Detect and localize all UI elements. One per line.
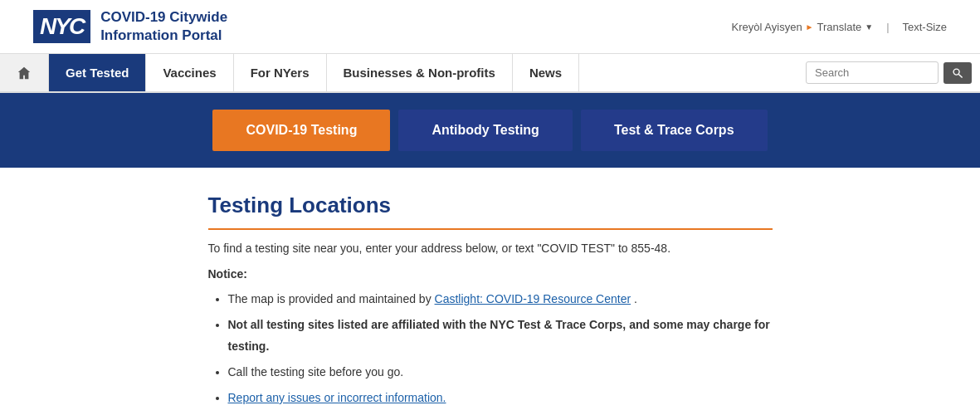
- search-button[interactable]: [943, 62, 972, 84]
- main-navbar: Get Tested Vaccines For NYers Businesses…: [0, 54, 980, 93]
- nyc-logo: NYC: [33, 10, 90, 43]
- nav-item-get-tested[interactable]: Get Tested: [49, 54, 146, 91]
- sub-navbar: COVID-19 Testing Antibody Testing Test &…: [0, 93, 980, 168]
- castlight-link[interactable]: Castlight: COVID-19 Resource Center: [435, 292, 631, 305]
- header-right: Kreyòl Ayisyen ► Translate ▼ | Text-Size: [732, 21, 947, 33]
- page-header: NYC COVID-19 Citywide Information Portal…: [0, 0, 980, 54]
- nav-item-news[interactable]: News: [513, 54, 579, 91]
- notice-item-1-prefix: The map is provided and maintained by: [228, 292, 435, 305]
- portal-title: COVID-19 Citywide Information Portal: [100, 8, 227, 45]
- subnav-covid-testing[interactable]: COVID-19 Testing: [212, 110, 390, 151]
- translate-action: Translate: [817, 21, 862, 33]
- nav-item-businesses[interactable]: Businesses & Non-profits: [327, 54, 513, 91]
- logo-area: NYC COVID-19 Citywide Information Portal: [33, 8, 227, 45]
- home-icon: [17, 66, 32, 81]
- notice-item-1: The map is provided and maintained by Ca…: [228, 289, 773, 310]
- text-size-label: Text-Size: [903, 21, 947, 33]
- translate-dropdown-icon: ▼: [865, 22, 873, 32]
- portal-title-line2: Information Portal: [100, 27, 227, 45]
- notice-item-3-text: Call the testing site before you go.: [228, 365, 404, 378]
- subnav-antibody-testing[interactable]: Antibody Testing: [398, 110, 572, 151]
- search-area: [797, 54, 980, 91]
- nav-spacer: [579, 54, 797, 91]
- notice-label: Notice:: [208, 267, 773, 281]
- svg-line-1: [958, 74, 962, 77]
- page-title: Testing Locations: [208, 193, 773, 230]
- nav-home-button[interactable]: [0, 54, 49, 91]
- translate-language: Kreyòl Ayisyen: [732, 21, 802, 33]
- report-issues-link[interactable]: Report any issues or incorrect informati…: [228, 391, 446, 404]
- subnav-test-trace[interactable]: Test & Trace Corps: [581, 110, 768, 151]
- translate-link[interactable]: Kreyòl Ayisyen ► Translate ▼: [732, 21, 874, 33]
- notice-item-2-text: Not all testing sites listed are affilia…: [228, 318, 770, 352]
- nav-item-for-nyers[interactable]: For NYers: [234, 54, 327, 91]
- search-input[interactable]: [806, 61, 939, 84]
- intro-text: To find a testing site near you, enter y…: [208, 240, 773, 257]
- search-icon: [952, 67, 963, 79]
- main-content: Testing Locations To find a testing site…: [192, 168, 789, 420]
- notice-item-1-suffix: .: [634, 292, 637, 305]
- header-divider: |: [886, 21, 889, 33]
- notice-item-2: Not all testing sites listed are affilia…: [228, 315, 773, 356]
- nyc-logo-box: NYC: [33, 10, 90, 43]
- notice-item-3: Call the testing site before you go.: [228, 362, 773, 383]
- nyc-logo-text: NYC: [40, 13, 84, 39]
- notice-list: The map is provided and maintained by Ca…: [208, 289, 773, 408]
- translate-arrow-icon: ►: [806, 22, 814, 32]
- notice-item-4: Report any issues or incorrect informati…: [228, 388, 773, 408]
- nav-item-vaccines[interactable]: Vaccines: [146, 54, 233, 91]
- svg-point-0: [953, 69, 959, 75]
- portal-title-line1: COVID-19 Citywide: [100, 8, 227, 27]
